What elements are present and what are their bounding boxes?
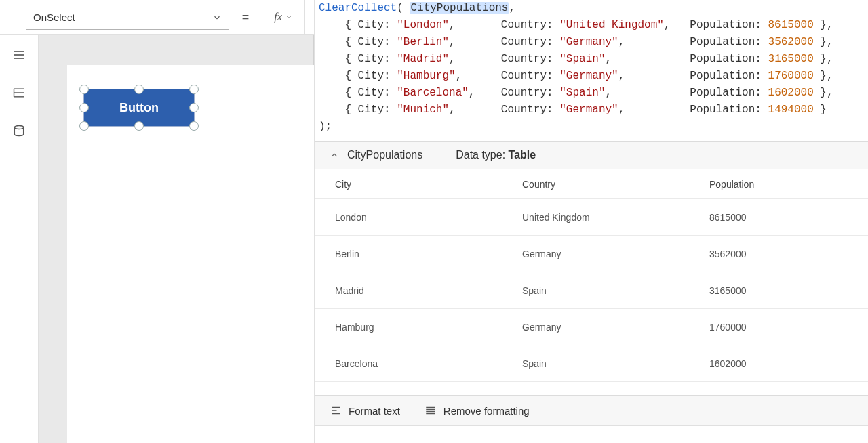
cell-population: 3562000	[709, 249, 868, 259]
result-table: CityCountryPopulationLondonUnited Kingdo…	[315, 169, 868, 395]
cell-population: 1760000	[709, 322, 868, 333]
data-icon[interactable]	[12, 124, 26, 138]
chevron-up-icon[interactable]	[330, 150, 339, 160]
cell-country: United Kingdom	[522, 212, 709, 223]
table-row[interactable]: HamburgGermany1760000	[315, 309, 868, 345]
cell-city: Madrid	[335, 285, 522, 296]
cell-country: Germany	[522, 249, 709, 259]
chevron-down-icon	[212, 13, 222, 22]
cell-country: Germany	[522, 322, 709, 333]
col-header: Population	[709, 179, 868, 190]
formula-editor[interactable]: ClearCollect( CityPopulations, { City: "…	[315, 0, 868, 141]
button-control[interactable]: Button	[84, 89, 194, 126]
cell-population: 1602000	[709, 358, 868, 369]
selected-control[interactable]: Button	[84, 89, 194, 126]
resize-handle[interactable]	[134, 85, 144, 94]
bottom-strip	[315, 425, 868, 443]
cell-city: London	[335, 212, 522, 223]
cell-population: 3165000	[709, 285, 868, 296]
col-header: Country	[522, 179, 709, 190]
fx-label: fx	[274, 11, 282, 23]
property-selector-value: OnSelect	[33, 12, 75, 23]
table-row[interactable]: BarcelonaSpain1602000	[315, 345, 868, 382]
resize-handle[interactable]	[189, 103, 199, 112]
remove-formatting-icon	[425, 404, 437, 417]
cell-city: Hamburg	[335, 322, 522, 333]
table-header-row: CityCountryPopulation	[315, 169, 868, 199]
formula-panel: ClearCollect( CityPopulations, { City: "…	[314, 35, 868, 443]
resize-handle[interactable]	[189, 85, 199, 94]
resize-handle[interactable]	[189, 121, 199, 131]
cell-city: Berlin	[335, 249, 522, 259]
tree-view-icon[interactable]	[12, 86, 26, 100]
chevron-down-icon	[285, 13, 293, 21]
cell-country: Spain	[522, 358, 709, 369]
resize-handle[interactable]	[134, 121, 144, 131]
svg-point-3	[14, 126, 23, 129]
resize-handle[interactable]	[79, 85, 89, 94]
remove-formatting-label: Remove formatting	[443, 405, 530, 417]
result-data-type: Data type: Table	[456, 149, 536, 161]
property-selector[interactable]: OnSelect	[26, 5, 229, 30]
format-text-button[interactable]: Format text	[330, 404, 400, 417]
result-header: CityPopulations Data type: Table	[315, 141, 868, 169]
result-collection-name: CityPopulations	[347, 149, 439, 161]
button-label: Button	[119, 101, 159, 115]
format-text-label: Format text	[349, 405, 400, 417]
left-nav-rail	[0, 35, 39, 443]
table-row[interactable]: MadridSpain3165000	[315, 272, 868, 309]
col-header: City	[335, 179, 522, 190]
cell-population: 8615000	[709, 212, 868, 223]
hamburger-icon[interactable]	[12, 48, 26, 62]
cell-city: Barcelona	[335, 358, 522, 369]
remove-formatting-button[interactable]: Remove formatting	[425, 404, 530, 417]
cell-country: Spain	[522, 285, 709, 296]
resize-handle[interactable]	[79, 121, 89, 131]
format-text-icon	[330, 404, 342, 417]
resize-handle[interactable]	[79, 103, 89, 112]
formula-footer: Format text Remove formatting	[315, 395, 868, 425]
table-row[interactable]: LondonUnited Kingdom8615000	[315, 199, 868, 236]
table-row[interactable]: BerlinGermany3562000	[315, 236, 868, 272]
canvas-area[interactable]: Button	[39, 35, 314, 443]
equals-sign: =	[229, 0, 262, 34]
fx-dropdown[interactable]: fx	[262, 0, 305, 34]
